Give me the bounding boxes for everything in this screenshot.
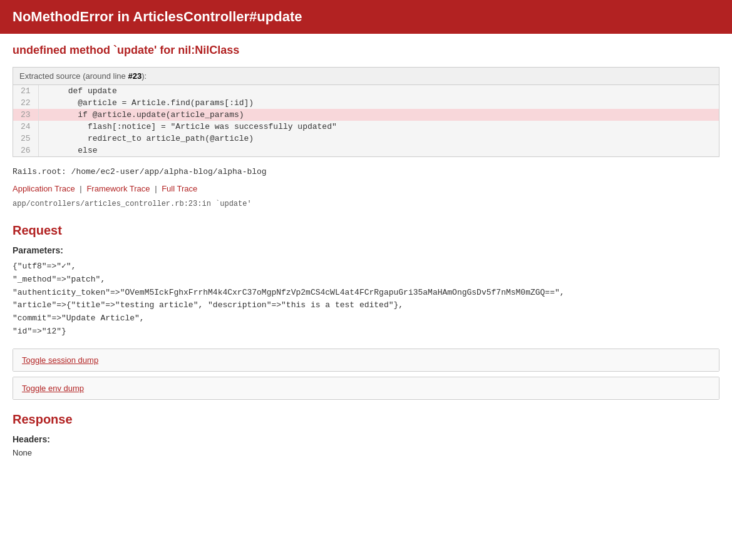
rails-root: Rails.root: /home/ec2-user/app/alpha-blo… [13, 167, 719, 176]
params-block: {"utf8"=>"✓", "_method"=>"patch", "authe… [13, 260, 719, 339]
line-code: flash[:notice] = "Article was successful… [38, 121, 719, 133]
request-section: Request Parameters: {"utf8"=>"✓", "_meth… [13, 223, 719, 400]
source-label-end: ): [142, 71, 147, 81]
params-line: "id"=>"12"} [13, 325, 719, 339]
parameters-label: Parameters: [13, 245, 719, 255]
separator-2: | [155, 184, 157, 193]
line-code: if @article.update(article_params) [38, 109, 719, 121]
line-number: 22 [13, 97, 38, 109]
line-code: redirect_to article_path(@article) [38, 133, 719, 145]
application-trace-link[interactable]: Application Trace [13, 184, 75, 193]
line-number: 25 [13, 133, 38, 145]
response-section: Response Headers: None [13, 412, 719, 457]
line-number: 24 [13, 121, 38, 133]
line-code: @article = Article.find(params[:id]) [38, 97, 719, 109]
source-line-num: #23 [128, 71, 142, 81]
params-line: "commit"=>"Update Article", [13, 312, 719, 325]
toggle-env-container: Toggle env dump [13, 377, 719, 400]
trace-links: Application Trace | Framework Trace | Fu… [13, 184, 719, 193]
framework-trace-link[interactable]: Framework Trace [86, 184, 150, 193]
error-message: undefined method `update' for nil:NilCla… [13, 44, 719, 57]
source-row: 26 else [13, 145, 719, 156]
line-code: else [38, 145, 719, 156]
page-title: NoMethodError in ArticlesController#upda… [13, 9, 719, 25]
toggle-env-button[interactable]: Toggle env dump [13, 377, 719, 399]
source-row: 23 if @article.update(article_params) [13, 109, 719, 121]
source-row: 21 def update [13, 85, 719, 97]
source-label: Extracted source (around line [19, 71, 128, 81]
toggle-session-container: Toggle session dump [13, 349, 719, 372]
params-line: "article"=>{"title"=>"testing article", … [13, 299, 719, 312]
line-code: def update [38, 85, 719, 97]
main-content: undefined method `update' for nil:NilCla… [0, 34, 732, 467]
params-line: "_method"=>"patch", [13, 273, 719, 287]
line-number: 26 [13, 145, 38, 156]
source-section: Extracted source (around line #23): 21 d… [13, 67, 719, 157]
source-row: 25 redirect_to article_path(@article) [13, 133, 719, 145]
separator-1: | [80, 184, 81, 193]
response-title: Response [13, 412, 719, 427]
source-header: Extracted source (around line #23): [13, 68, 719, 85]
toggle-session-button[interactable]: Toggle session dump [13, 349, 719, 371]
params-line: {"utf8"=>"✓", [13, 260, 719, 273]
line-number: 21 [13, 85, 38, 97]
source-code-table: 21 def update22 @article = Article.find(… [13, 85, 719, 156]
line-number: 23 [13, 109, 38, 121]
params-line: "authenticity_token"=>"OVemM5IckFghxFrrh… [13, 287, 719, 300]
source-row: 22 @article = Article.find(params[:id]) [13, 97, 719, 109]
source-row: 24 flash[:notice] = "Article was success… [13, 121, 719, 133]
source-rows: 21 def update22 @article = Article.find(… [13, 85, 719, 156]
full-trace-link[interactable]: Full Trace [162, 184, 197, 193]
error-header: NoMethodError in ArticlesController#upda… [0, 0, 732, 34]
headers-label: Headers: [13, 434, 719, 444]
request-title: Request [13, 223, 719, 238]
trace-file: app/controllers/articles_controller.rb:2… [13, 200, 719, 208]
headers-value: None [13, 448, 719, 457]
